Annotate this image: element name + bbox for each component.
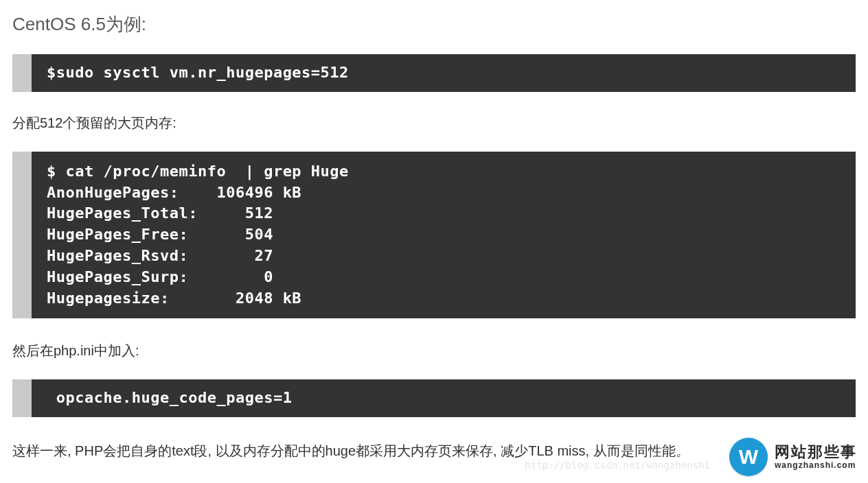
watermark-url: http://blog.csdn.net/wangzhenshi — [525, 460, 710, 471]
section-heading: CentOS 6.5为例: — [12, 12, 856, 36]
logo-badge-icon: W — [729, 438, 768, 476]
code-block-2: $ cat /proc/meminfo | grep Huge AnonHuge… — [12, 152, 856, 319]
code-block-3: opcache.huge_code_pages=1 — [12, 379, 856, 417]
paragraph-2: 然后在php.ini中加入: — [12, 342, 856, 360]
logo-text-en: wangzhanshi.com — [775, 461, 857, 469]
paragraph-1: 分配512个预留的大页内存: — [12, 114, 856, 132]
article-body: CentOS 6.5为例: $sudo sysctl vm.nr_hugepag… — [0, 0, 868, 460]
code-block-1: $sudo sysctl vm.nr_hugepages=512 — [12, 54, 856, 92]
logo-text: 网站那些事 wangzhanshi.com — [775, 445, 857, 469]
site-logo: W 网站那些事 wangzhanshi.com — [729, 438, 857, 476]
logo-text-cn: 网站那些事 — [775, 445, 857, 460]
